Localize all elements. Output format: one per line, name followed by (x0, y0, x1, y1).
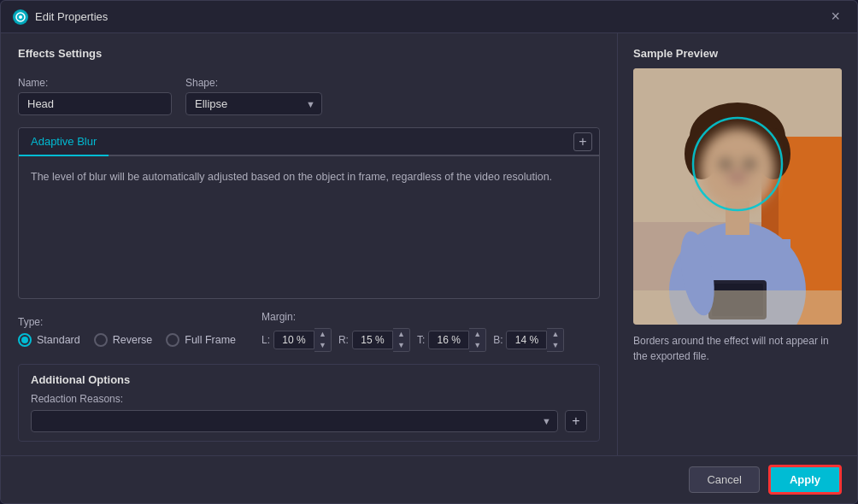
redaction-reasons-label: Redaction Reasons: (31, 393, 587, 405)
dialog-title-area: Edit Properties (13, 9, 108, 25)
effects-settings-section: Effects Settings (18, 47, 600, 65)
margin-T-input[interactable] (428, 331, 469, 349)
margin-T-label: T: (417, 334, 425, 346)
margin-R-down[interactable]: ▼ (393, 340, 409, 351)
radio-full-frame[interactable]: Full Frame (166, 333, 236, 347)
margin-L-spinner: ▲ ▼ (273, 328, 332, 352)
margin-R-spinner-btns: ▲ ▼ (393, 328, 410, 352)
preview-title: Sample Preview (633, 47, 842, 60)
left-panel: Effects Settings Name: Shape: Ellipse Re… (1, 33, 618, 455)
svg-point-13 (700, 128, 775, 210)
margin-B-up[interactable]: ▲ (547, 329, 563, 340)
name-label: Name: (18, 77, 172, 89)
name-shape-row: Name: Shape: Ellipse Rectangle Polygon ▼ (18, 77, 600, 115)
margin-T-up[interactable]: ▲ (469, 329, 485, 340)
add-redaction-button[interactable]: + (565, 410, 587, 432)
margin-L-label: L: (262, 334, 270, 346)
preview-svg (633, 68, 842, 325)
margin-L-down[interactable]: ▼ (314, 340, 331, 351)
shape-select[interactable]: Ellipse Rectangle Polygon (185, 92, 322, 115)
margin-L-up[interactable]: ▲ (314, 329, 331, 340)
margin-B: B: ▲ ▼ (493, 328, 564, 352)
margin-R-up[interactable]: ▲ (393, 329, 409, 340)
name-field-group: Name: (18, 77, 172, 115)
redaction-row: ▼ + (31, 410, 587, 432)
margin-B-spinner: ▲ ▼ (506, 328, 564, 352)
svg-point-15 (743, 159, 756, 169)
additional-options-section: Additional Options Redaction Reasons: ▼ … (18, 364, 600, 442)
margin-B-down[interactable]: ▼ (547, 340, 563, 351)
dialog-title-text: Edit Properties (35, 10, 108, 23)
radio-reverse[interactable]: Reverse (94, 333, 153, 347)
svg-rect-20 (633, 290, 842, 325)
shape-label: Shape: (185, 77, 322, 89)
margin-T-down[interactable]: ▼ (469, 340, 485, 351)
margin-fields: L: ▲ ▼ R: (262, 328, 564, 352)
tabs-header: Adaptive Blur + (19, 128, 599, 156)
margin-R: R: ▲ ▼ (338, 328, 410, 352)
apply-button[interactable]: Apply (768, 465, 842, 495)
margin-B-label: B: (493, 334, 502, 346)
radio-standard[interactable]: Standard (18, 333, 80, 347)
tab-content-adaptive-blur: The level of blur will be automatically … (19, 156, 599, 298)
svg-point-14 (719, 159, 732, 169)
preview-note: Borders around the effect will not appea… (633, 333, 842, 364)
margin-group: Margin: L: ▲ ▼ (262, 311, 564, 352)
effects-tabs-area: Adaptive Blur + The level of blur will b… (18, 127, 600, 299)
radio-standard-label: Standard (37, 334, 80, 346)
right-panel: Sample Preview (618, 33, 857, 455)
margin-L-input[interactable] (273, 331, 314, 349)
radio-reverse-outer (94, 333, 108, 347)
shape-field-group: Shape: Ellipse Rectangle Polygon ▼ (185, 77, 322, 115)
dialog-footer: Cancel Apply (1, 455, 857, 503)
margin-label: Margin: (262, 311, 564, 323)
margin-B-input[interactable] (506, 331, 547, 349)
svg-point-1 (19, 15, 22, 19)
radio-full-frame-label: Full Frame (185, 334, 236, 346)
edit-properties-dialog: Edit Properties × Effects Settings Name:… (0, 0, 858, 504)
margin-T: T: ▲ ▼ (417, 328, 486, 352)
margin-T-spinner: ▲ ▼ (428, 328, 486, 352)
preview-image (633, 68, 842, 325)
shape-select-wrapper: Ellipse Rectangle Polygon ▼ (185, 92, 322, 115)
margin-T-spinner-btns: ▲ ▼ (469, 328, 486, 352)
type-group: Type: Standard Reverse (18, 316, 236, 347)
radio-reverse-label: Reverse (113, 334, 153, 346)
margin-L-spinner-btns: ▲ ▼ (314, 328, 332, 352)
margin-R-spinner: ▲ ▼ (352, 328, 410, 352)
dialog-body: Effects Settings Name: Shape: Ellipse Re… (1, 33, 857, 455)
cancel-button[interactable]: Cancel (689, 466, 759, 493)
margin-R-input[interactable] (352, 331, 393, 349)
redaction-select-wrapper: ▼ (31, 410, 558, 432)
close-button[interactable]: × (826, 6, 845, 27)
name-input[interactable] (18, 92, 172, 115)
radio-standard-inner (21, 337, 28, 343)
margin-L: L: ▲ ▼ (262, 328, 332, 352)
radio-standard-outer (18, 333, 32, 347)
tab-adaptive-blur[interactable]: Adaptive Blur (19, 128, 109, 156)
effects-settings-title: Effects Settings (18, 47, 600, 60)
redaction-select[interactable] (31, 410, 558, 432)
radio-full-frame-outer (166, 333, 179, 347)
add-tab-button[interactable]: + (573, 132, 592, 151)
type-label: Type: (18, 316, 236, 328)
svg-point-16 (727, 173, 748, 183)
margin-R-label: R: (338, 334, 349, 346)
type-margin-row: Type: Standard Reverse (18, 311, 600, 352)
type-radio-row: Standard Reverse Full Frame (18, 333, 236, 347)
dialog-icon (13, 9, 28, 25)
margin-B-spinner-btns: ▲ ▼ (547, 328, 564, 352)
dialog-titlebar: Edit Properties × (1, 1, 857, 33)
additional-options-title: Additional Options (31, 373, 587, 386)
